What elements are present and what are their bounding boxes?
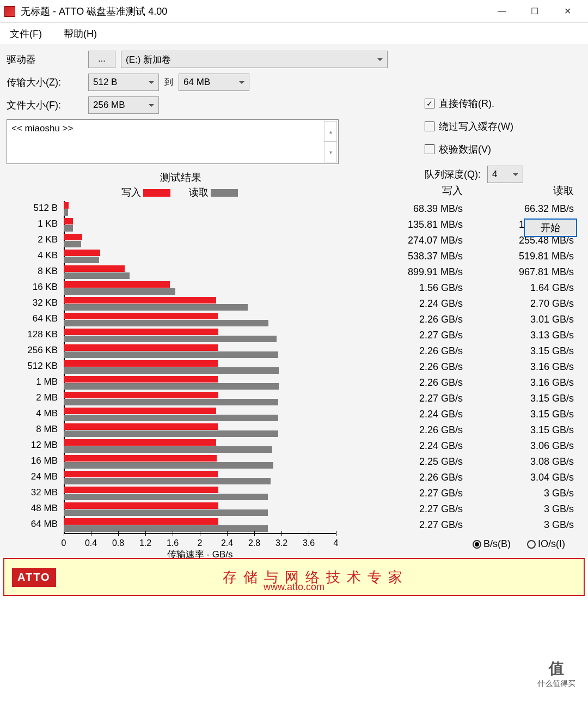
- bar-row: 512 B: [64, 201, 355, 217]
- bar-write: [64, 439, 216, 446]
- data-row: 2.27 GB/s3 GB/s: [359, 485, 581, 501]
- queue-depth-select[interactable]: 4: [487, 166, 523, 183]
- bar-write: [64, 455, 217, 462]
- bar-row: 2 KB: [64, 233, 355, 248]
- start-button[interactable]: 开始: [524, 219, 577, 237]
- data-row: 899.91 MB/s967.81 MB/s: [359, 264, 581, 280]
- bar-read: [64, 351, 278, 358]
- data-row: 2.24 GB/s3.15 GB/s: [359, 406, 581, 422]
- bar-read: [64, 462, 273, 469]
- bar-row: 64 KB: [64, 312, 355, 327]
- data-row: 2.27 GB/s3.15 GB/s: [359, 391, 581, 406]
- close-button[interactable]: ✕: [551, 1, 584, 22]
- transfer-to-select[interactable]: 64 MB: [179, 74, 249, 91]
- data-row: 538.37 MB/s519.81 MB/s: [359, 248, 581, 264]
- bar-label: 1 KB: [7, 219, 61, 229]
- bar-write: [64, 297, 216, 304]
- verify-checkbox[interactable]: [425, 144, 434, 154]
- menu-help[interactable]: 帮助(H): [59, 25, 101, 43]
- bar-label: 2 KB: [7, 234, 61, 245]
- minimize-button[interactable]: —: [486, 1, 518, 22]
- bar-label: 12 MB: [7, 440, 61, 451]
- bar-label: 512 KB: [7, 361, 61, 372]
- file-size-select[interactable]: 256 MB: [88, 96, 159, 114]
- data-row: 2.25 GB/s3.08 GB/s: [359, 454, 581, 470]
- menu-file[interactable]: 文件(F): [5, 25, 46, 43]
- bar-label: 256 KB: [7, 345, 61, 356]
- bar-label: 32 MB: [7, 487, 61, 498]
- bar-read: [64, 399, 278, 405]
- spin-up-icon[interactable]: ▴: [324, 121, 337, 142]
- bar-write: [64, 218, 73, 224]
- bar-write: [64, 344, 218, 351]
- banner-url: www.atto.com: [4, 581, 584, 593]
- chart-title: 测试结果: [7, 171, 355, 185]
- data-row: 2.26 GB/s3.16 GB/s: [359, 359, 581, 375]
- bar-write: [64, 234, 82, 240]
- bar-label: 64 MB: [7, 519, 61, 530]
- queue-depth-label: 队列深度(Q):: [425, 168, 481, 181]
- bar-row: 48 MB: [64, 501, 355, 517]
- bar-read: [64, 336, 277, 342]
- radio-bs[interactable]: [473, 540, 481, 549]
- bar-read: [64, 320, 268, 326]
- bar-read: [64, 494, 268, 500]
- bar-label: 4 MB: [7, 408, 61, 419]
- legend-write-swatch: [143, 189, 170, 197]
- bar-label: 8 KB: [7, 266, 61, 277]
- bar-row: 128 KB: [64, 327, 355, 343]
- bar-label: 16 KB: [7, 282, 61, 293]
- bar-read: [64, 225, 73, 232]
- drive-browse-button[interactable]: ...: [88, 51, 115, 68]
- bar-label: 1 MB: [7, 377, 61, 387]
- bar-write: [64, 518, 218, 525]
- data-row: 2.26 GB/s3.01 GB/s: [359, 312, 581, 327]
- data-row: 1.56 GB/s1.64 GB/s: [359, 280, 581, 296]
- bar-write: [64, 376, 218, 383]
- bar-label: 64 KB: [7, 313, 61, 324]
- bypass-cache-checkbox[interactable]: [425, 122, 434, 131]
- bar-write: [64, 423, 218, 430]
- bar-row: 512 KB: [64, 359, 355, 375]
- banner: ATTO 存储与网络技术专家 www.atto.com: [3, 558, 585, 596]
- bar-row: 12 MB: [64, 438, 355, 454]
- bar-row: 8 KB: [64, 264, 355, 280]
- bar-write: [64, 202, 69, 209]
- to-label: 到: [164, 77, 173, 88]
- bar-read: [64, 478, 271, 484]
- spin-down-icon[interactable]: ▾: [324, 142, 337, 162]
- bar-row: 256 KB: [64, 343, 355, 359]
- data-row: 2.26 GB/s3.15 GB/s: [359, 422, 581, 438]
- bar-row: 1 KB: [64, 217, 355, 233]
- bar-label: 8 MB: [7, 424, 61, 435]
- transfer-from-select[interactable]: 512 B: [88, 74, 159, 91]
- bar-read: [64, 288, 175, 295]
- direct-io-checkbox[interactable]: ✓: [425, 99, 434, 108]
- bar-read: [64, 446, 272, 453]
- bar-label: 2 MB: [7, 392, 61, 403]
- bar-row: 4 KB: [64, 248, 355, 264]
- verify-label: 校验数据(V): [439, 143, 491, 156]
- bar-write: [64, 408, 216, 414]
- drive-label: 驱动器: [7, 53, 88, 66]
- bar-write: [64, 329, 218, 335]
- file-size-label: 文件大小(F):: [7, 99, 88, 112]
- bar-label: 24 MB: [7, 471, 61, 482]
- radio-ios[interactable]: [527, 540, 536, 549]
- data-row: 2.24 GB/s2.70 GB/s: [359, 296, 581, 312]
- bar-row: 32 KB: [64, 296, 355, 312]
- description-input[interactable]: << miaoshu >> ▴▾: [7, 119, 339, 164]
- bar-write: [64, 250, 100, 256]
- bar-read: [64, 272, 130, 279]
- data-row: 2.27 GB/s3.13 GB/s: [359, 327, 581, 343]
- bar-write: [64, 265, 125, 272]
- bar-write: [64, 392, 218, 398]
- maximize-button[interactable]: ☐: [518, 1, 551, 22]
- bar-row: 16 MB: [64, 454, 355, 470]
- bar-read: [64, 257, 99, 263]
- transfer-size-label: 传输大小(Z):: [7, 76, 88, 89]
- drive-select[interactable]: (E:) 新加卷: [121, 51, 388, 68]
- bar-row: 4 MB: [64, 406, 355, 422]
- bar-row: 24 MB: [64, 470, 355, 485]
- bar-read: [64, 509, 268, 516]
